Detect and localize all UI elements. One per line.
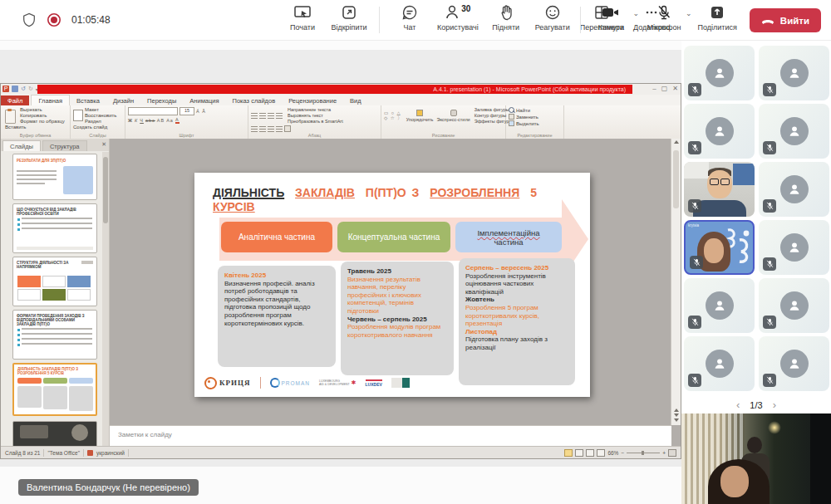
- notes-pane[interactable]: Заметки к слайду: [110, 425, 671, 447]
- spellcheck-icon[interactable]: [87, 450, 93, 456]
- close-button[interactable]: ✕: [672, 84, 678, 94]
- participant-tile[interactable]: [684, 336, 755, 391]
- slide-thumbnail-7[interactable]: 7 ФОРМАТИ ПРОВЕДЕННЯ ЗАХОДІВ З ВІДПОВІДА…: [12, 310, 97, 360]
- mic-chevron-icon[interactable]: ⌄: [686, 9, 692, 17]
- chat-button[interactable]: Чат: [386, 4, 433, 32]
- tab-home[interactable]: Главная: [31, 95, 70, 105]
- zoom-slider-knob[interactable]: [642, 451, 644, 455]
- slide-thumbnail-6[interactable]: 6 СТРУКТУРА ДІЯЛЬНОСТІ ЗА НАПРЯМКОМ: [12, 257, 97, 306]
- normal-view-icon[interactable]: [564, 449, 573, 457]
- slide-thumbnail-8-current[interactable]: 8 ДІЯЛЬНІСТЬ ЗАКЛАДІВ П(ПТ)О З РОЗРОБЛЕН…: [12, 363, 97, 416]
- reset-button[interactable]: Восстановить: [85, 113, 116, 118]
- paste-button[interactable]: Вставить: [5, 125, 67, 130]
- previous-slide-button[interactable]: [674, 409, 679, 412]
- scroll-up-icon[interactable]: [674, 140, 679, 144]
- tab-transitions[interactable]: Переходы: [140, 95, 183, 105]
- panel-tab-outline[interactable]: Структура: [42, 140, 87, 151]
- leave-button[interactable]: Вийти: [750, 8, 821, 32]
- tab-view[interactable]: Вид: [343, 95, 368, 105]
- align-left-button[interactable]: [251, 126, 258, 132]
- select-button[interactable]: Выделить: [516, 121, 539, 126]
- align-text-button[interactable]: Выровнять текст: [288, 113, 343, 118]
- slide-thumbnail-4[interactable]: 4 РЕЗУЛЬТАТИ ДЛЯ ЗП(ПТ)О: [12, 154, 97, 200]
- unpin-button[interactable]: Відкріпити: [326, 4, 372, 32]
- zoom-slider[interactable]: [627, 453, 660, 453]
- scrollbar-thumb[interactable]: [673, 150, 679, 208]
- slideshow-view-icon[interactable]: [597, 449, 605, 457]
- raise-hand-button[interactable]: Підняти: [483, 4, 529, 32]
- copy-button[interactable]: Копировать: [20, 113, 65, 118]
- tab-insert[interactable]: Вставка: [70, 95, 106, 105]
- slide-thumbnail-9[interactable]: 9: [12, 421, 97, 447]
- participant-tile[interactable]: [759, 104, 829, 159]
- previous-page-icon[interactable]: ‹: [736, 399, 740, 411]
- slide-canvas[interactable]: ДІЯЛЬНІСТЬ ЗАКЛАДІВ П(ПТ)О З РОЗРОБЛЕННЯ…: [194, 173, 590, 397]
- strikethrough-button[interactable]: abc: [145, 118, 155, 123]
- participant-tile[interactable]: [759, 46, 829, 100]
- minimize-button[interactable]: –: [652, 84, 656, 94]
- text-direction-button[interactable]: Направление текста: [288, 107, 343, 112]
- reading-view-icon[interactable]: [586, 449, 594, 457]
- tab-slideshow[interactable]: Показ слайдов: [226, 95, 283, 105]
- shapes-gallery[interactable]: ▭ ○ △◇ ☆ 〉: [384, 110, 403, 121]
- panel-scrollbar[interactable]: [102, 152, 109, 447]
- find-button[interactable]: Найти: [516, 108, 530, 113]
- tab-file[interactable]: Файл: [1, 95, 29, 105]
- paste-icon[interactable]: [5, 110, 16, 124]
- save-icon[interactable]: [12, 86, 18, 92]
- new-slide-icon[interactable]: [73, 110, 83, 121]
- participants-button[interactable]: 30 Користувачі: [433, 4, 483, 32]
- numbering-button[interactable]: [259, 113, 266, 119]
- react-button[interactable]: Реагувати: [529, 4, 576, 32]
- panel-close-icon[interactable]: ✕: [101, 141, 106, 148]
- columns-button[interactable]: [284, 125, 291, 132]
- share-button[interactable]: Поділитися: [694, 4, 741, 32]
- participant-tile[interactable]: [684, 104, 755, 159]
- room-video-tile[interactable]: [681, 413, 831, 504]
- italic-button[interactable]: К: [135, 118, 138, 123]
- shape-fill-button[interactable]: Заливка фигуры: [475, 107, 509, 112]
- tab-design[interactable]: Дизайн: [106, 95, 140, 105]
- section-button[interactable]: Раздел: [85, 119, 116, 124]
- editor-scrollbar[interactable]: [671, 139, 681, 425]
- next-slide-button[interactable]: [674, 413, 679, 417]
- increase-indent-button[interactable]: [276, 113, 283, 119]
- redo-icon[interactable]: ↻: [28, 86, 33, 92]
- bold-button[interactable]: Ж: [128, 118, 133, 123]
- new-slide-button[interactable]: Создать слайд: [73, 125, 122, 130]
- fit-to-window-icon[interactable]: [668, 449, 676, 457]
- justify-button[interactable]: [276, 126, 283, 132]
- underline-button[interactable]: Ч: [140, 118, 144, 123]
- smartart-button[interactable]: Преобразовать в SmartArt: [288, 119, 343, 124]
- arrange-button[interactable]: Упорядочить: [406, 117, 434, 122]
- next-page-icon[interactable]: ›: [773, 399, 776, 411]
- font-color-button[interactable]: А: [175, 117, 179, 124]
- participant-tile[interactable]: [759, 220, 829, 275]
- undo-icon[interactable]: ↺: [21, 86, 26, 92]
- participant-tile[interactable]: [684, 46, 755, 100]
- tab-review[interactable]: Рецензирование: [282, 95, 343, 105]
- scroll-down-icon[interactable]: [674, 418, 679, 422]
- quick-styles-button[interactable]: Экспресс-стили: [436, 117, 470, 122]
- shape-effects-button[interactable]: Эффекты фигур: [475, 119, 509, 124]
- status-language[interactable]: украинский: [96, 450, 125, 456]
- format-painter-button[interactable]: Формат по образцу: [20, 119, 65, 124]
- character-spacing-button[interactable]: АВ: [157, 118, 165, 123]
- font-name-select[interactable]: [128, 107, 178, 115]
- replace-button[interactable]: Заменить: [516, 115, 538, 120]
- zoom-in-icon[interactable]: +: [662, 450, 666, 456]
- camera-button[interactable]: Камера: [588, 4, 634, 32]
- font-size-select[interactable]: 15: [179, 107, 194, 115]
- slide-sorter-view-icon[interactable]: [575, 449, 583, 457]
- participant-tile[interactable]: [759, 162, 829, 217]
- participant-tile-video[interactable]: [684, 162, 755, 217]
- panel-tab-slides[interactable]: Слайды: [2, 140, 41, 151]
- recording-icon[interactable]: [47, 12, 61, 27]
- slide-thumbnail-5[interactable]: 5 ЩО ОЧІКУЄТЬСЯ ВІД ЗАКЛАДІВ ПРОФЕСІЙНОЇ…: [12, 203, 97, 253]
- mic-button[interactable]: Мікрофон: [641, 4, 687, 32]
- participant-tile[interactable]: [759, 278, 829, 333]
- zoom-out-icon[interactable]: −: [621, 450, 624, 456]
- bullets-button[interactable]: [251, 113, 258, 119]
- change-case-button[interactable]: Аа: [166, 118, 174, 123]
- tab-animations[interactable]: Анимация: [183, 95, 225, 105]
